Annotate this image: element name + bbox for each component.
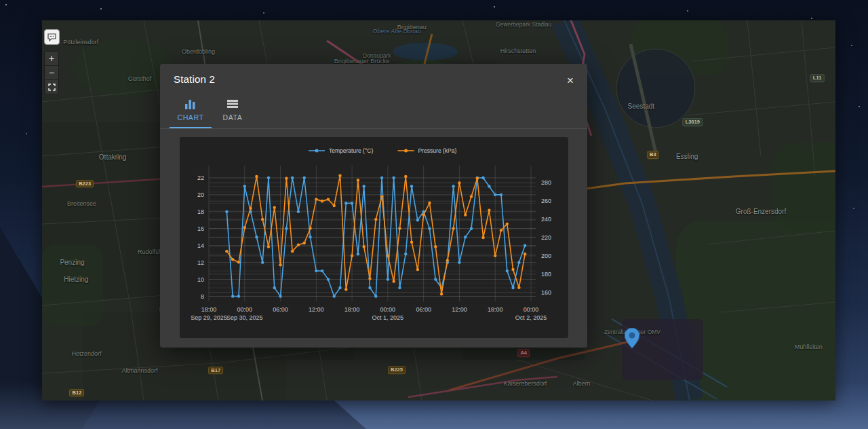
y-left-tick: 8 bbox=[201, 293, 204, 300]
x-tick-time: 00:00 bbox=[524, 306, 539, 313]
x-tick-date: Oct 1, 2025 bbox=[372, 314, 404, 321]
comment-bubble-button[interactable] bbox=[44, 29, 60, 45]
legend-label[interactable]: Temperature (°C) bbox=[329, 147, 373, 154]
fullscreen-button[interactable] bbox=[45, 80, 58, 94]
map-marker-pin[interactable] bbox=[625, 328, 639, 351]
y-left-tick: 18 bbox=[197, 208, 204, 215]
zoom-in-button[interactable]: + bbox=[45, 52, 58, 66]
x-tick-time: 00:00 bbox=[380, 306, 396, 313]
dialog-title: Station 2 bbox=[174, 73, 215, 85]
x-tick-time: 00:00 bbox=[237, 306, 253, 313]
dialog-tabs: CHART DATA bbox=[160, 94, 587, 129]
y-right-tick: 280 bbox=[541, 179, 551, 186]
x-tick-time: 06:00 bbox=[273, 306, 288, 313]
map-zoom-controls: + − bbox=[44, 51, 59, 94]
tab-data[interactable]: DATA bbox=[212, 94, 254, 128]
y-right-tick: 200 bbox=[541, 253, 551, 259]
x-tick-date: Sep 30, 2025 bbox=[226, 314, 263, 321]
tab-chart-label: CHART bbox=[178, 113, 204, 122]
bar-chart-icon bbox=[184, 98, 197, 109]
list-icon bbox=[226, 98, 239, 109]
x-tick-time: 12:00 bbox=[309, 306, 324, 313]
y-left-tick: 10 bbox=[197, 276, 204, 283]
y-right-tick: 180 bbox=[541, 271, 551, 278]
comment-icon bbox=[47, 33, 56, 41]
close-button[interactable]: × bbox=[563, 73, 578, 88]
timeseries-chart[interactable]: 81012141618202216018020022024026028018:0… bbox=[180, 137, 568, 338]
y-right-tick: 160 bbox=[541, 289, 551, 296]
x-tick-time: 12:00 bbox=[452, 306, 467, 313]
x-tick-time: 18:00 bbox=[201, 306, 217, 313]
dialog-header: Station 2 × bbox=[160, 64, 587, 88]
y-left-tick: 16 bbox=[197, 225, 204, 232]
y-right-tick: 260 bbox=[541, 198, 551, 204]
y-left-tick: 14 bbox=[197, 242, 204, 249]
x-tick-date: Oct 2, 2025 bbox=[515, 314, 547, 321]
y-left-tick: 22 bbox=[197, 174, 204, 181]
fullscreen-icon bbox=[48, 83, 56, 91]
legend-label[interactable]: Pressure (kPa) bbox=[418, 147, 457, 154]
wallpaper-stars bbox=[5, 4, 7, 5]
x-tick-date: Sep 29, 2025 bbox=[191, 314, 227, 321]
y-right-tick: 220 bbox=[541, 234, 551, 241]
y-left-tick: 12 bbox=[197, 259, 204, 266]
tab-chart[interactable]: CHART bbox=[170, 94, 212, 128]
tab-data-label: DATA bbox=[223, 113, 243, 122]
station-dialog: Station 2 × CHART DATA 81012141618202216… bbox=[160, 64, 587, 348]
y-left-tick: 20 bbox=[197, 191, 204, 198]
y-right-tick: 240 bbox=[541, 216, 551, 223]
zoom-out-button[interactable]: − bbox=[45, 66, 58, 80]
x-tick-time: 18:00 bbox=[344, 306, 360, 313]
x-tick-time: 18:00 bbox=[488, 306, 503, 313]
chart-panel: 81012141618202216018020022024026028018:0… bbox=[180, 137, 568, 338]
x-tick-time: 06:00 bbox=[416, 306, 431, 313]
